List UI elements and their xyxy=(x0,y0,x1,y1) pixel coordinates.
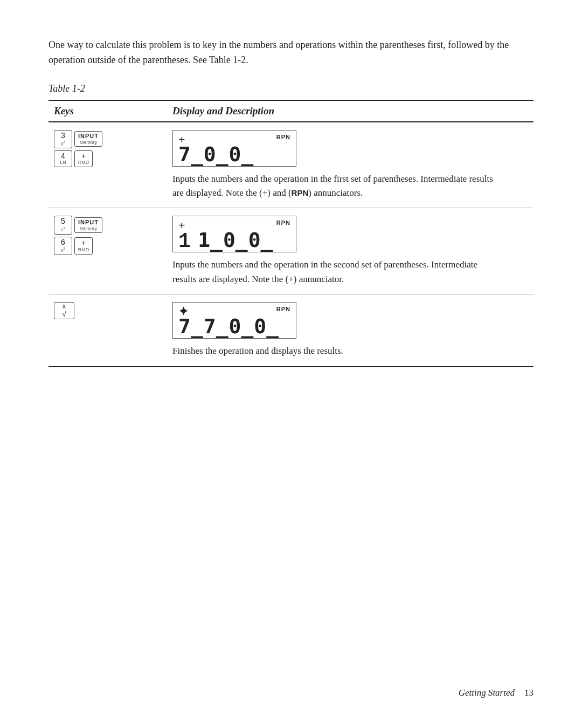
display-rpn-2: RPN xyxy=(276,219,290,226)
key-row-2a: 5 ex INPUT Memory xyxy=(54,216,102,234)
key-4: 4 LN xyxy=(54,150,72,167)
desc-text-row3: Finishes the operation and displays the … xyxy=(172,344,496,358)
key-3-sub: yx xyxy=(61,140,65,147)
key-input-1-top: INPUT xyxy=(78,133,99,140)
key-input-2-bot: Memory xyxy=(80,226,98,231)
key-plus-2: + RMD xyxy=(74,237,93,254)
page: One way to calculate this problem is to … xyxy=(0,0,582,728)
footer-section-label: Getting Started xyxy=(459,688,515,698)
table-row: x √ ✦ RPN 7̲7̲0̲0̲ xyxy=(48,294,534,367)
table-row: 3 yx INPUT Memory 4 LN xyxy=(48,122,534,208)
table-row: 5 ex INPUT Memory 6 x2 xyxy=(48,208,534,294)
key-plus-2-sub: RMD xyxy=(78,248,89,253)
display-value-3: 7̲7̲0̲0̲ xyxy=(178,318,279,338)
keys-cell-row1: 3 yx INPUT Memory 4 LN xyxy=(48,122,167,208)
key-4-sub: LN xyxy=(60,160,66,166)
keys-group-row2: 5 ex INPUT Memory 6 x2 xyxy=(54,216,162,255)
display-cell-row1: + RPN 7̲0̲0̲ Inputs the numbers and the … xyxy=(167,122,534,208)
keys-group-row3: x √ xyxy=(54,302,162,319)
key-x: x √ xyxy=(54,302,74,319)
col-header-keys: Keys xyxy=(48,100,167,122)
key-row-3a: x √ xyxy=(54,302,74,319)
key-5-main: 5 xyxy=(61,217,65,225)
key-x-main: x xyxy=(63,303,66,311)
col-header-display: Display and Description xyxy=(167,100,534,122)
key-input-2-top: INPUT xyxy=(78,219,99,226)
desc-text-row1: Inputs the numbers and the operation in … xyxy=(172,172,496,201)
display-block-row3: ✦ RPN 7̲7̲0̲0̲ xyxy=(172,302,296,339)
key-plus-1-main: + xyxy=(81,152,86,160)
key-plus-1-sub: RMD xyxy=(78,160,89,166)
desc-text-row2: Inputs the numbers and the operation in … xyxy=(172,258,496,286)
display-cell-row2: + RPN 1 1̲0̲0̲ Inputs the numbers and th… xyxy=(167,208,534,294)
footer-page-number: 13 xyxy=(524,688,534,698)
keys-cell-row3: x √ xyxy=(48,294,167,367)
display-rpn-3: RPN xyxy=(276,306,290,312)
keys-group-row1: 3 yx INPUT Memory 4 LN xyxy=(54,130,162,168)
key-input-2: INPUT Memory xyxy=(74,217,102,233)
display-value-2: 1 1̲0̲0̲ xyxy=(178,231,273,252)
display-value-1: 7̲0̲0̲ xyxy=(178,146,254,166)
key-row-1a: 3 yx INPUT Memory xyxy=(54,130,102,148)
key-4-main: 4 xyxy=(61,152,65,160)
key-6-sub: x2 xyxy=(61,246,66,253)
display-rpn-1: RPN xyxy=(276,134,290,140)
key-6: 6 x2 xyxy=(54,237,72,255)
intro-paragraph: One way to calculate this problem is to … xyxy=(48,38,512,68)
table-label: Table 1-2 xyxy=(48,83,534,94)
display-block-row1: + RPN 7̲0̲0̲ xyxy=(172,130,296,167)
key-5-sub: ex xyxy=(61,226,66,233)
key-5: 5 ex xyxy=(54,216,72,234)
key-plus-1: + RMD xyxy=(74,150,93,167)
key-row-2b: 6 x2 + RMD xyxy=(54,237,93,255)
key-3-main: 3 xyxy=(61,132,65,140)
key-x-sub: √ xyxy=(62,311,66,319)
key-input-1: INPUT Memory xyxy=(74,131,102,147)
display-cell-row3: ✦ RPN 7̲7̲0̲0̲ Finishes the operation an… xyxy=(167,294,534,367)
key-plus-2-main: + xyxy=(81,239,86,247)
key-6-main: 6 xyxy=(61,238,65,246)
key-3: 3 yx xyxy=(54,130,72,148)
key-input-1-bot: Memory xyxy=(80,140,98,145)
key-row-1b: 4 LN + RMD xyxy=(54,150,93,167)
display-block-row2: + RPN 1 1̲0̲0̲ xyxy=(172,216,296,252)
main-table: Keys Display and Description 3 yx xyxy=(48,100,534,367)
keys-cell-row2: 5 ex INPUT Memory 6 x2 xyxy=(48,208,167,294)
page-footer: Getting Started 13 xyxy=(459,688,534,698)
